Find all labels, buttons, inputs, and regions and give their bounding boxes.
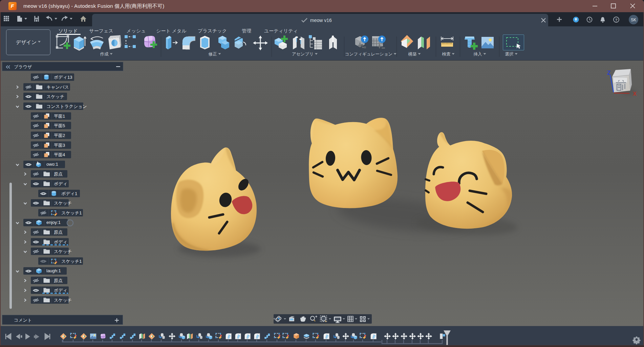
svg-text:Z: Z [607,70,610,76]
svg-text:?: ? [615,18,617,22]
svg-text:X: X [633,91,637,97]
svg-text:SK: SK [631,18,636,22]
